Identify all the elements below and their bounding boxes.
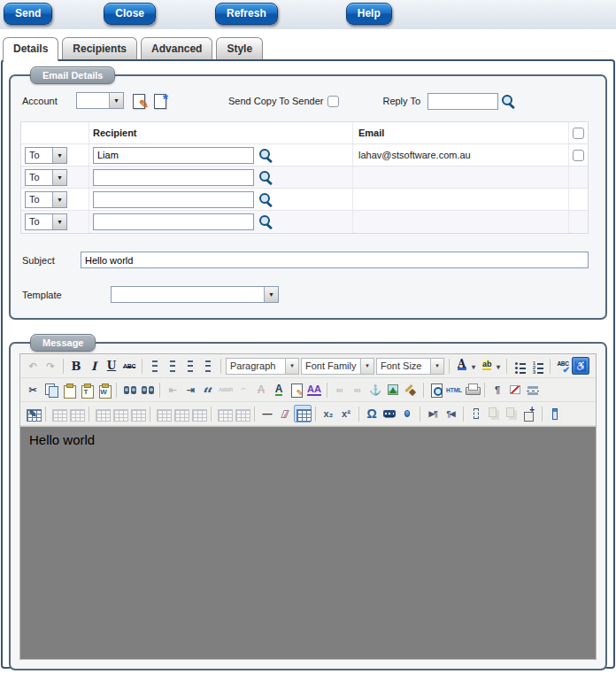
align-right-button[interactable] — [181, 357, 199, 375]
insert-table-button[interactable]: ✎ — [24, 405, 42, 422]
reply-to-search-icon[interactable] — [501, 94, 516, 109]
select-all-checkbox[interactable] — [573, 128, 584, 139]
insert-row-after-button[interactable] — [111, 405, 128, 422]
find-replace-button[interactable] — [138, 381, 156, 399]
quotation-button[interactable]: “” — [235, 381, 252, 399]
recipient-input[interactable] — [93, 191, 254, 208]
superscript-button[interactable]: x² — [337, 405, 355, 422]
page-break-button[interactable] — [524, 381, 542, 399]
tab-advanced[interactable]: Advanced — [141, 37, 212, 59]
tab-details[interactable]: Details — [3, 37, 58, 61]
paste-word-button[interactable]: W — [95, 381, 112, 399]
underline-button[interactable]: U — [103, 357, 120, 375]
rtl-button[interactable]: ¶◀ — [442, 405, 459, 422]
recipient-type-select[interactable]: To▼ — [25, 191, 67, 208]
chevron-down-icon[interactable]: ▾ — [431, 358, 444, 375]
chevron-down-icon[interactable]: ▼ — [52, 214, 66, 229]
preview-button[interactable] — [427, 381, 445, 399]
find-button[interactable] — [120, 381, 138, 399]
remove-format-button[interactable] — [276, 405, 294, 422]
table-cell-properties-button[interactable] — [67, 405, 85, 422]
recipient-input[interactable] — [93, 169, 254, 186]
table-row-properties-button[interactable] — [50, 405, 67, 422]
recipient-search-icon[interactable] — [258, 192, 273, 207]
recipient-input[interactable] — [93, 213, 254, 230]
paste-text-button[interactable]: T — [77, 381, 95, 399]
split-cells-button[interactable] — [215, 405, 233, 422]
new-account-icon[interactable] — [152, 93, 168, 109]
template-select[interactable]: ▼ — [111, 286, 279, 303]
chevron-down-icon[interactable]: ▼ — [109, 93, 123, 108]
reply-to-input[interactable] — [427, 93, 498, 110]
recipient-search-icon[interactable] — [258, 148, 273, 163]
accessibility-check-button[interactable]: ♿ — [572, 357, 589, 375]
ltr-button[interactable]: ▶¶ — [424, 405, 442, 422]
recipient-input[interactable] — [93, 147, 254, 164]
bullet-list-button[interactable] — [511, 357, 528, 375]
insert-link-button[interactable]: ∞ — [331, 381, 349, 399]
highlight-color-button[interactable]: ab — [478, 357, 503, 375]
copy-button[interactable] — [42, 381, 59, 399]
move-backward-button[interactable] — [503, 405, 520, 422]
delete-row-button[interactable] — [128, 405, 146, 422]
cut-button[interactable]: ✂ — [24, 381, 42, 399]
strikethrough-button[interactable]: ABC — [120, 357, 138, 375]
insert-media-button[interactable] — [381, 405, 398, 422]
tab-style[interactable]: Style — [216, 37, 263, 59]
visual-aid-button[interactable] — [294, 405, 312, 422]
advanced-hr-button[interactable] — [398, 405, 416, 422]
subscript-button[interactable]: x₂ — [320, 405, 337, 422]
special-char-button[interactable]: Ω — [363, 405, 381, 422]
delete-text-button[interactable]: A — [252, 381, 270, 399]
insert-layer-button[interactable] — [467, 405, 485, 422]
recipient-search-icon[interactable] — [258, 214, 273, 229]
attributes-button[interactable]: ✎ — [288, 381, 305, 399]
align-left-button[interactable] — [146, 357, 164, 375]
chevron-down-icon[interactable]: ▾ — [286, 358, 299, 375]
undo-button[interactable]: ↶ — [24, 357, 42, 375]
non-breaking-button[interactable] — [506, 381, 524, 399]
refresh-button[interactable]: Refresh — [215, 3, 278, 25]
numbered-list-button[interactable] — [528, 357, 546, 375]
print-button[interactable] — [463, 381, 481, 399]
editor-content[interactable]: Hello world — [20, 426, 596, 659]
blockquote-button[interactable]: “ — [199, 381, 217, 399]
html-source-button[interactable]: HTML — [445, 381, 463, 399]
send-copy-checkbox[interactable] — [327, 96, 339, 107]
tab-recipients[interactable]: Recipients — [62, 37, 137, 59]
visual-chars-button[interactable]: ¶ — [489, 381, 506, 399]
recipient-search-icon[interactable] — [258, 170, 273, 185]
fullscreen-button[interactable] — [546, 405, 564, 422]
delete-col-button[interactable] — [189, 405, 207, 422]
chevron-down-icon[interactable]: ▼ — [52, 170, 66, 185]
font-color-button[interactable]: A — [453, 357, 478, 375]
help-button[interactable]: Help — [346, 3, 392, 25]
font-family-select[interactable]: Font Family▾ — [301, 358, 374, 375]
paste-button[interactable] — [59, 381, 77, 399]
cleanup-code-button[interactable] — [402, 381, 420, 399]
recipient-type-select[interactable]: To▼ — [25, 147, 67, 164]
recipient-type-select[interactable]: To▼ — [25, 169, 67, 186]
close-button[interactable]: Close — [104, 3, 156, 25]
abbreviation-button[interactable]: ABBR — [217, 381, 235, 399]
chevron-down-icon[interactable]: ▼ — [52, 192, 66, 207]
send-button[interactable]: Send — [4, 3, 52, 25]
absolute-position-button[interactable] — [520, 405, 538, 422]
anchor-button[interactable]: ⚓ — [366, 381, 384, 399]
move-forward-button[interactable] — [485, 405, 503, 422]
subject-input[interactable] — [81, 252, 589, 268]
remove-link-button[interactable]: ∞ — [349, 381, 366, 399]
horizontal-rule-button[interactable]: — — [258, 405, 276, 422]
align-justify-button[interactable] — [199, 357, 217, 375]
font-size-select[interactable]: Font Size▾ — [376, 358, 444, 375]
account-select[interactable]: ▼ — [76, 92, 124, 109]
insert-col-after-button[interactable] — [172, 405, 189, 422]
align-center-button[interactable] — [164, 357, 181, 375]
insert-col-before-button[interactable] — [154, 405, 172, 422]
insert-image-button[interactable] — [384, 381, 402, 399]
indent-button[interactable]: ⇥ — [181, 381, 199, 399]
chevron-down-icon[interactable]: ▾ — [361, 358, 374, 375]
edit-account-icon[interactable] — [131, 93, 147, 109]
spellcheck-button[interactable]: ABC — [554, 357, 572, 375]
redo-button[interactable]: ↷ — [42, 357, 59, 375]
